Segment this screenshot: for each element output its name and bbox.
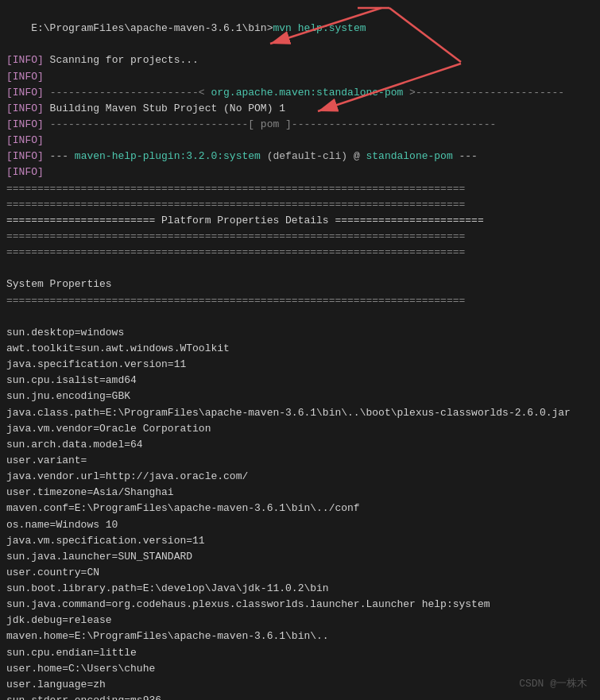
property-line: sun.desktop=windows	[6, 325, 594, 341]
property-line: sun.java.launcher=SUN_STANDARD	[6, 549, 594, 565]
property-line: awt.toolkit=sun.awt.windows.WToolkit	[6, 341, 594, 357]
property-line: java.vm.vendor=Oracle Corporation	[6, 421, 594, 437]
cmd-text: mvn help:system	[273, 22, 366, 34]
log-line: [INFO]	[6, 164, 594, 180]
separator-line: ========================================…	[6, 197, 594, 213]
separator-line: ========================================…	[6, 245, 594, 261]
property-line: java.vendor.url=http://java.oracle.com/	[6, 469, 594, 485]
property-line: user.timezone=Asia/Shanghai	[6, 485, 594, 501]
property-line: os.name=Windows 10	[6, 517, 594, 533]
property-line: sun.cpu.endian=little	[6, 645, 594, 661]
property-line: java.class.path=E:\ProgramFiles\apache-m…	[6, 405, 594, 421]
blank-line	[6, 309, 594, 325]
cmd-path: E:\ProgramFiles\apache-maven-3.6.1\bin>	[31, 22, 273, 34]
separator-line: ========================================…	[6, 229, 594, 245]
log-line: [INFO] --------------------------------[…	[6, 117, 594, 133]
property-line: jdk.debug=release	[6, 613, 594, 628]
property-line: sun.arch.data.model=64	[6, 437, 594, 453]
log-line: [INFO] --- maven-help-plugin:3.2.0:syste…	[6, 149, 594, 164]
log-line: [INFO] ------------------------< org.apa…	[6, 85, 594, 101]
command-line: E:\ProgramFiles\apache-maven-3.6.1\bin>m…	[6, 5, 594, 52]
property-line: java.specification.version=11	[6, 357, 594, 373]
separator-line: ========================================…	[6, 181, 594, 197]
property-line: user.country=CN	[6, 565, 594, 581]
property-line: sun.stderr.encoding=ms936	[6, 693, 594, 700]
property-line: java.vm.specification.version=11	[6, 533, 594, 549]
log-line: [INFO]	[6, 69, 594, 85]
blank-line	[6, 261, 594, 277]
subsection-title: System Properties	[6, 277, 594, 292]
watermark: CSDN @一株木	[519, 676, 587, 690]
property-line: sun.boot.library.path=E:\develop\Java\jd…	[6, 581, 594, 597]
section-title: ======================== Platform Proper…	[6, 213, 594, 229]
property-line: user.language=zh	[6, 677, 594, 693]
log-line: [INFO]	[6, 133, 594, 149]
property-line: sun.java.command=org.codehaus.plexus.cla…	[6, 597, 594, 613]
log-line: [INFO] Scanning for projects...	[6, 52, 594, 68]
terminal-window: E:\ProgramFiles\apache-maven-3.6.1\bin>m…	[0, 0, 600, 700]
property-line: user.home=C:\Users\chuhe	[6, 661, 594, 677]
property-line: sun.jnu.encoding=GBK	[6, 389, 594, 404]
property-line: user.variant=	[6, 453, 594, 469]
property-line: maven.home=E:\ProgramFiles\apache-maven-…	[6, 628, 594, 644]
separator-line: ========================================…	[6, 293, 594, 309]
log-line: [INFO] Building Maven Stub Project (No P…	[6, 101, 594, 117]
property-line: sun.cpu.isalist=amd64	[6, 373, 594, 389]
property-line: maven.conf=E:\ProgramFiles\apache-maven-…	[6, 501, 594, 516]
